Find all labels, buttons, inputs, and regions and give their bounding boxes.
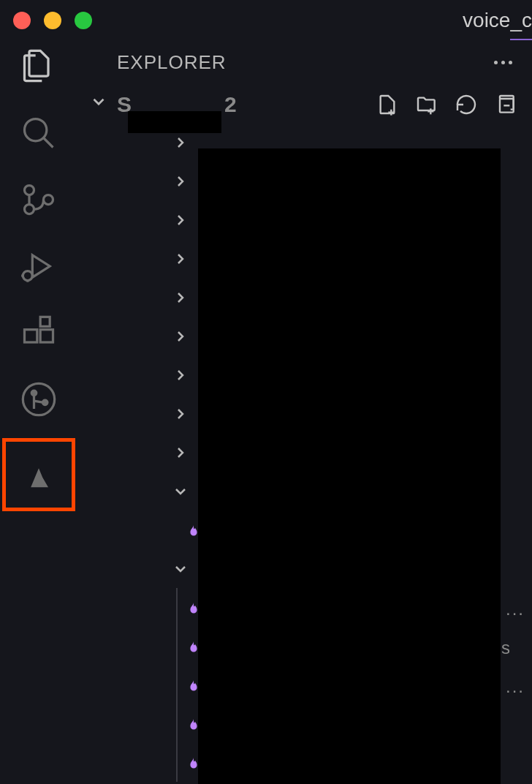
- sidebar-more-actions[interactable]: [488, 55, 517, 69]
- sidebar-header: EXPLORER: [77, 40, 532, 84]
- svg-point-3: [24, 205, 34, 214]
- file-label-trailing: ...: [506, 599, 525, 619]
- chevron-right-icon: [172, 405, 192, 426]
- chevron-right-icon: [172, 173, 192, 193]
- traffic-lights: [13, 12, 92, 29]
- chevron-right-icon: [172, 366, 192, 387]
- chevron-right-icon: [172, 444, 192, 464]
- activity-bar: [0, 40, 77, 784]
- svg-marker-5: [32, 255, 50, 277]
- source-control-tab-icon[interactable]: [18, 179, 59, 220]
- redacted-area: [198, 148, 501, 784]
- search-tab-icon[interactable]: [18, 113, 59, 154]
- git-graph-tab-icon[interactable]: [18, 379, 59, 420]
- chevron-right-icon: [172, 328, 192, 348]
- chevron-right-icon: [172, 289, 192, 309]
- svg-line-1: [43, 138, 53, 148]
- svg-rect-11: [40, 330, 53, 342]
- chevron-right-icon: [172, 211, 192, 232]
- svg-point-4: [43, 195, 53, 205]
- collapse-all-icon[interactable]: [494, 93, 517, 116]
- chevron-right-icon: [172, 250, 192, 271]
- extensions-tab-icon[interactable]: [18, 312, 59, 353]
- svg-point-13: [23, 383, 54, 415]
- chevron-down-icon: [88, 92, 110, 116]
- more-icon: [488, 55, 517, 69]
- new-folder-icon[interactable]: [415, 93, 438, 116]
- file-label-trailing: s: [501, 638, 510, 658]
- atlassian-tab-icon[interactable]: [2, 438, 75, 511]
- redacted-workspace-name: [128, 111, 221, 133]
- chevron-down-icon: [172, 560, 192, 581]
- svg-point-2: [24, 186, 34, 195]
- file-label-trailing: ...: [506, 676, 525, 697]
- sidebar-title: EXPLORER: [117, 51, 227, 74]
- refresh-icon[interactable]: [455, 93, 478, 116]
- active-tab-underline: [510, 39, 532, 40]
- chevron-right-icon: [172, 134, 192, 154]
- svg-rect-10: [24, 330, 37, 342]
- svg-point-0: [24, 119, 46, 141]
- window-title: voice_c: [463, 9, 532, 32]
- explorer-tab-icon[interactable]: [18, 46, 59, 87]
- close-window-button[interactable]: [13, 12, 31, 29]
- maximize-window-button[interactable]: [75, 12, 92, 29]
- new-file-icon[interactable]: [376, 93, 399, 116]
- title-bar: voice_c: [0, 0, 532, 40]
- svg-point-6: [23, 271, 32, 281]
- workspace-actions: [376, 93, 517, 116]
- chevron-down-icon: [172, 483, 192, 503]
- svg-line-17: [34, 401, 43, 402]
- run-debug-tab-icon[interactable]: [18, 246, 59, 287]
- svg-rect-12: [40, 317, 50, 326]
- minimize-window-button[interactable]: [44, 12, 61, 29]
